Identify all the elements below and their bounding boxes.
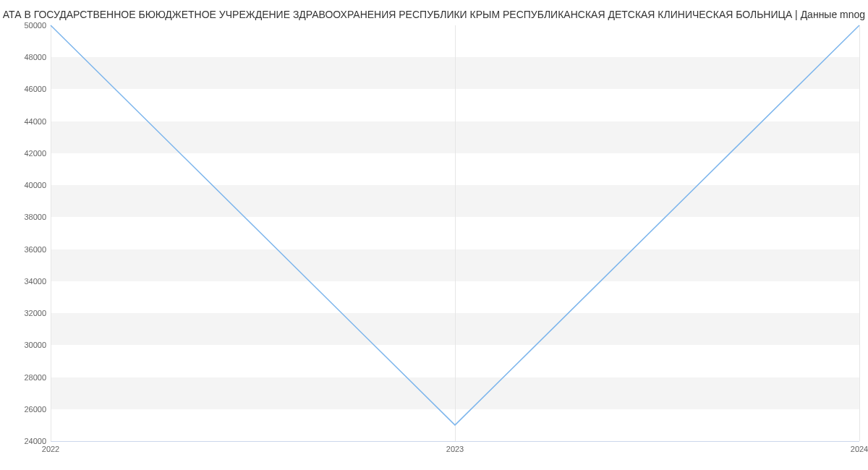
x-gridline — [859, 25, 860, 441]
y-tick-label: 42000 — [24, 149, 46, 158]
y-tick-label: 50000 — [24, 21, 46, 30]
data-line — [51, 25, 859, 441]
y-tick-label: 28000 — [24, 373, 46, 382]
y-tick-label: 30000 — [24, 341, 46, 349]
y-tick-label: 48000 — [24, 53, 46, 61]
y-tick-label: 38000 — [24, 213, 46, 221]
y-tick-label: 40000 — [24, 181, 46, 189]
plot-area — [51, 25, 859, 441]
y-tick-label: 26000 — [24, 405, 46, 414]
x-tick-label: 2023 — [446, 445, 464, 453]
y-tick-label: 36000 — [24, 245, 46, 254]
x-tick-label: 2022 — [42, 445, 59, 453]
y-tick-label: 32000 — [24, 309, 46, 317]
x-tick-label: 2024 — [851, 445, 868, 453]
y-tick-label: 34000 — [24, 277, 46, 286]
y-tick-label: 44000 — [24, 117, 46, 126]
y-tick-label: 46000 — [24, 85, 46, 93]
series-line — [51, 25, 859, 425]
chart-title: АТА В ГОСУДАРСТВЕННОЕ БЮЮДЖЕТНОЕ УЧРЕЖДЕ… — [0, 9, 868, 20]
